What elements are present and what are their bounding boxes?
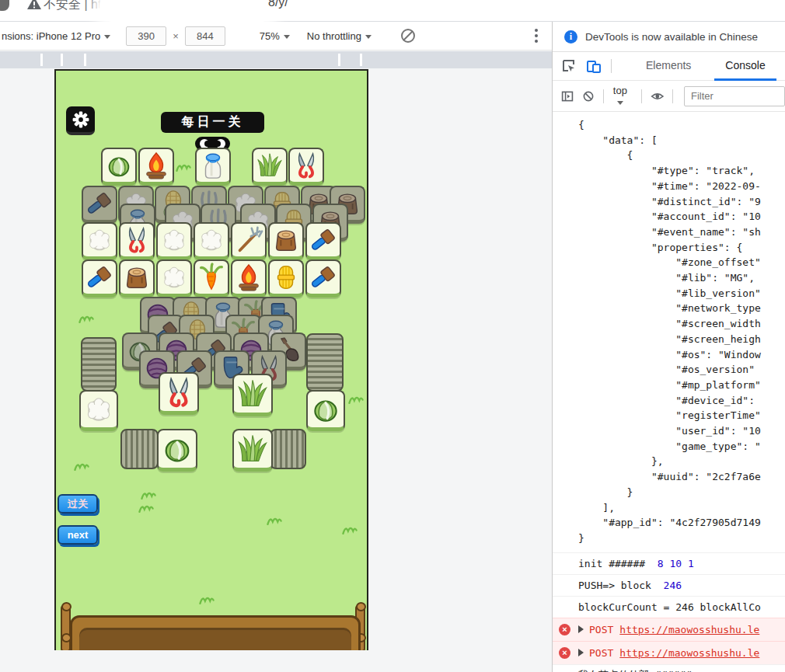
device-toolbar: nsions: iPhone 12 Pro 390 × 844 75% No t… <box>0 22 552 50</box>
log-text: PUSH=> block <box>578 580 664 591</box>
game-canvas: 每日一关 过关 next <box>54 69 368 650</box>
tile-stack[interactable] <box>81 337 117 392</box>
cabbage-icon <box>308 392 344 427</box>
fire-icon <box>140 149 173 182</box>
settings-button[interactable] <box>66 106 95 135</box>
info-icon: i <box>564 30 577 44</box>
eye-icon[interactable] <box>651 88 665 105</box>
tile-brush[interactable] <box>82 186 117 224</box>
expand-triangle-icon[interactable] <box>578 649 584 656</box>
wool-icon <box>195 224 228 256</box>
console-filter-input[interactable] <box>684 86 785 106</box>
toggle-device-toolbar-icon[interactable] <box>585 57 602 75</box>
tile-jar[interactable] <box>195 148 231 186</box>
more-options-icon[interactable] <box>535 29 538 43</box>
request-url-link[interactable]: https://maowosshushu.le <box>619 624 759 635</box>
chevron-down-icon <box>284 35 290 39</box>
log-text: blockCurCount = 246 blockAllCo <box>578 601 761 613</box>
throttling-select[interactable]: No throttling <box>307 30 372 42</box>
tile-cabbage[interactable] <box>157 429 197 472</box>
console-sidebar-icon[interactable] <box>561 89 574 104</box>
level-title-banner: 每日一关 <box>161 112 264 133</box>
rake-icon <box>232 224 265 256</box>
console-log-row: init ###### 8 10 1 <box>553 552 785 574</box>
tab-console[interactable]: Console <box>714 52 776 81</box>
tile-fire[interactable] <box>138 148 174 186</box>
tile-hay[interactable] <box>268 259 304 298</box>
shears-icon <box>290 149 323 182</box>
device-select[interactable]: nsions: iPhone 12 Pro <box>2 30 110 42</box>
tile-shears[interactable] <box>119 222 155 260</box>
tab-elements[interactable]: Elements <box>635 52 702 81</box>
tile-tray <box>70 615 361 650</box>
tile-wool[interactable] <box>156 222 192 260</box>
zoom-select[interactable]: 75% <box>260 30 290 42</box>
tile-grass[interactable] <box>232 429 273 472</box>
brush-icon <box>307 224 340 256</box>
tile-grass[interactable] <box>232 374 273 416</box>
grass-squiggle <box>175 161 192 172</box>
ruler-band <box>0 51 552 68</box>
tile-wool[interactable] <box>79 390 118 431</box>
zoom-select-label: 75% <box>260 30 280 42</box>
tile-cabbage[interactable] <box>306 390 345 431</box>
tile-shears[interactable] <box>288 148 324 186</box>
toolbar-divider <box>672 89 673 103</box>
tile-stump[interactable] <box>268 222 304 260</box>
pass-level-button[interactable]: 过关 <box>58 494 98 514</box>
request-url-link[interactable]: https://maowosshushu.le <box>619 647 759 659</box>
tile-wool[interactable] <box>82 222 117 260</box>
device-width-input[interactable]: 390 <box>126 26 166 46</box>
error-icon: × <box>559 647 570 659</box>
grass-squiggle <box>198 594 215 605</box>
tile-shears[interactable] <box>159 372 199 415</box>
wool-icon <box>81 392 117 427</box>
stump-icon <box>120 261 153 294</box>
ssl-warning-icon <box>26 0 42 11</box>
clear-console-icon[interactable] <box>582 89 595 104</box>
context-label: top <box>613 85 627 96</box>
grass-icon <box>253 149 286 182</box>
brush-icon <box>83 187 116 220</box>
chevron-down-icon <box>104 35 110 39</box>
tile-grass[interactable] <box>252 148 288 186</box>
device-height-input[interactable]: 844 <box>185 26 225 46</box>
console-json-entry: { "data": [ { "#type": "track", "#time":… <box>553 112 785 552</box>
tile-stack[interactable] <box>120 429 159 469</box>
wool-icon <box>158 261 190 294</box>
console-output: { "data": [ { "#type": "track", "#time":… <box>553 112 785 672</box>
brush-icon <box>83 261 116 294</box>
tile-wool[interactable] <box>156 259 192 298</box>
browser-url-bar[interactable]: 不安全 | http 8/y/ <box>0 0 785 22</box>
grass-squiggle <box>138 502 155 514</box>
wool-icon <box>83 224 116 256</box>
rotate-device-icon[interactable] <box>399 27 417 44</box>
grass-squiggle <box>78 312 95 324</box>
tile-brush[interactable] <box>305 259 341 298</box>
next-level-button[interactable]: next <box>58 525 98 545</box>
inspect-element-icon[interactable] <box>561 58 577 74</box>
banner-text: DevTools is now available in Chinese <box>585 31 758 43</box>
request-method: POST <box>589 647 613 659</box>
tile-wool[interactable] <box>194 222 229 260</box>
tile-stack[interactable] <box>306 333 344 392</box>
log-number: 8 10 1 <box>658 558 694 569</box>
log-number: 246 <box>664 580 682 591</box>
error-icon: × <box>559 624 570 635</box>
console-error-row: ×POSThttps://maowosshushu.le <box>553 618 785 641</box>
tile-brush[interactable] <box>305 222 341 260</box>
execution-context-select[interactable]: top <box>613 85 633 108</box>
grass-icon <box>234 430 271 468</box>
expand-triangle-icon[interactable] <box>578 625 584 633</box>
tile-cabbage[interactable] <box>101 148 137 186</box>
hay-icon <box>270 261 302 294</box>
grass-squiggle <box>73 460 90 472</box>
tile-stump[interactable] <box>119 259 155 298</box>
tile-fire[interactable] <box>231 259 267 298</box>
tile-brush[interactable] <box>82 259 117 298</box>
brush-icon <box>307 261 340 294</box>
tile-rake[interactable] <box>231 222 267 260</box>
grass-squiggle <box>347 393 365 405</box>
tile-stack[interactable] <box>270 429 306 469</box>
tile-carrot[interactable] <box>194 259 229 298</box>
